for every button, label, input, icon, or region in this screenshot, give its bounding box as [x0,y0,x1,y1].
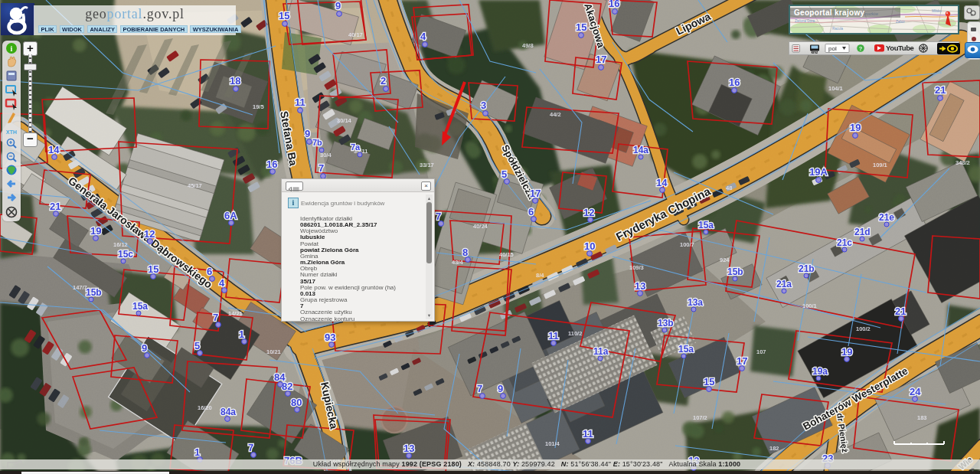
svg-text:Milsko: Milsko [932,9,942,13]
svg-text:Zielona Góra: Zielona Góra [795,19,815,23]
svg-text:YouTube: YouTube [886,44,914,52]
svg-text:o: o [971,12,973,17]
svg-text:i: i [11,44,13,53]
svg-text:pol: pol [828,45,837,52]
svg-text:kmz: kmz [812,51,819,54]
svg-text:XTH: XTH [6,129,17,135]
svg-text:?: ? [859,45,863,52]
svg-text:Zabór: Zabór [896,20,905,24]
svg-text:Racula: Racula [832,27,844,31]
